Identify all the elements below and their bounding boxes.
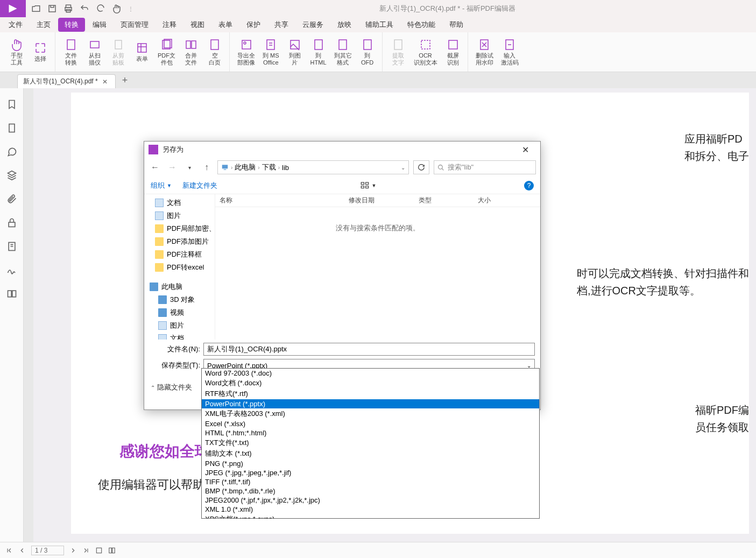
- export-all-images-button[interactable]: 导出全部图像: [234, 36, 258, 68]
- menu-item-1[interactable]: 主页: [30, 18, 57, 32]
- scroll-gutter[interactable]: [24, 88, 33, 542]
- to-msoffice-button[interactable]: 到 MSOffice: [259, 36, 282, 68]
- filetype-dropdown[interactable]: Word 97-2003 (*.doc)Word文档 (*.docx)RTF格式…: [201, 368, 540, 519]
- organize-button[interactable]: 组织 ▼: [151, 181, 172, 190]
- filetype-option[interactable]: HTML (*.htm;*.html): [202, 428, 539, 437]
- last-page-icon[interactable]: [82, 547, 90, 554]
- menu-item-9[interactable]: 共享: [268, 18, 295, 32]
- first-page-icon[interactable]: [5, 547, 13, 554]
- filetype-option[interactable]: BMP (*.bmp,*.dib,*.rle): [202, 486, 539, 496]
- to-ofd-button[interactable]: 到OFD: [356, 36, 379, 68]
- lock-icon[interactable]: [6, 217, 17, 228]
- to-html-button[interactable]: 到HTML: [307, 36, 330, 68]
- menu-item-6[interactable]: 视图: [184, 18, 211, 32]
- bookmark-icon[interactable]: [6, 99, 17, 110]
- chevron-down-icon[interactable]: ▼: [372, 183, 377, 188]
- nav-recent-icon[interactable]: ▾: [183, 161, 196, 174]
- app-icon[interactable]: [0, 0, 26, 17]
- filetype-option[interactable]: JPEG2000 (*.jpf,*.jpx,*.jp2,*.j2k,*.jpc): [202, 496, 539, 505]
- breadcrumb-item[interactable]: 下载: [262, 163, 276, 172]
- chevron-right-icon[interactable]: ›: [278, 165, 280, 171]
- breadcrumb-item[interactable]: 此电脑: [235, 163, 256, 172]
- breadcrumb[interactable]: › 此电脑 › 下载 › lib ⌄: [217, 160, 409, 174]
- menu-item-3[interactable]: 编辑: [86, 18, 113, 32]
- tree-item[interactable]: 文档: [144, 196, 215, 209]
- help-button[interactable]: ?: [524, 181, 534, 190]
- filetype-option[interactable]: XPS文档(*.xps,*.oxps): [202, 514, 539, 519]
- filename-input[interactable]: [203, 343, 535, 356]
- comment-icon[interactable]: [6, 146, 17, 157]
- next-page-icon[interactable]: [69, 547, 77, 554]
- view-mode-icon[interactable]: [95, 547, 103, 554]
- folder-tree[interactable]: 文档图片PDF局部加密、PPDF添加图片PDF注释框PDF转excel此电脑3D…: [144, 194, 215, 340]
- menu-item-14[interactable]: 帮助: [443, 18, 470, 32]
- filetype-option[interactable]: PowerPoint (*.pptx): [202, 399, 539, 408]
- chevron-right-icon[interactable]: ›: [231, 165, 232, 171]
- tree-item[interactable]: 图片: [144, 319, 215, 332]
- to-other-button[interactable]: 到其它格式: [331, 36, 355, 68]
- menu-item-2[interactable]: 转换: [58, 18, 85, 32]
- ocr-screenshot-button[interactable]: 截屏识别: [442, 36, 464, 68]
- col-date[interactable]: 修改日期: [344, 196, 414, 205]
- menu-item-8[interactable]: 保护: [240, 18, 267, 32]
- chevron-right-icon[interactable]: ›: [258, 165, 259, 171]
- attachment-icon[interactable]: [6, 194, 17, 204]
- tree-item[interactable]: 此电脑: [144, 280, 215, 293]
- new-folder-button[interactable]: 新建文件夹: [182, 181, 217, 190]
- refresh-button[interactable]: [413, 160, 429, 174]
- document-tab[interactable]: 新人引导(1)_OCR(4).pdf * ✕: [17, 74, 116, 88]
- redo-icon[interactable]: [96, 4, 105, 13]
- col-type[interactable]: 类型: [414, 196, 474, 205]
- tree-item[interactable]: PDF转excel: [144, 261, 215, 274]
- tree-item[interactable]: PDF添加图片: [144, 235, 215, 248]
- filetype-option[interactable]: TXT文件(*.txt): [202, 437, 539, 448]
- tree-item[interactable]: 视频: [144, 306, 215, 319]
- filetype-option[interactable]: JPEG (*.jpg,*.jpeg,*.jpe,*.jif): [202, 468, 539, 477]
- compare-icon[interactable]: [6, 288, 17, 299]
- menu-item-7[interactable]: 表单: [212, 18, 239, 32]
- filetype-option[interactable]: Word 97-2003 (*.doc): [202, 369, 539, 378]
- file-convert-button[interactable]: 文件转换: [60, 36, 82, 68]
- filetype-option[interactable]: XML电子表格2003 (*.xml): [202, 408, 539, 419]
- hide-folders-toggle[interactable]: ⌃ 隐藏文件夹: [151, 383, 192, 392]
- menu-item-10[interactable]: 云服务: [296, 18, 330, 32]
- menu-item-4[interactable]: 页面管理: [114, 18, 155, 32]
- filetype-option[interactable]: 辅助文本 (*.txt): [202, 448, 539, 459]
- save-icon[interactable]: [47, 4, 57, 13]
- form-panel-icon[interactable]: [6, 241, 17, 252]
- from-scanner-button[interactable]: 从扫描仪: [83, 36, 106, 68]
- pages-icon[interactable]: [6, 123, 17, 133]
- filetype-option[interactable]: Word文档 (*.docx): [202, 378, 539, 389]
- file-list[interactable]: 名称 修改日期 类型 大小 没有与搜索条件匹配的项。: [215, 194, 540, 340]
- menu-item-13[interactable]: 特色功能: [401, 18, 442, 32]
- nav-back-icon[interactable]: ←: [149, 161, 161, 174]
- tree-item[interactable]: 3D 对象: [144, 293, 215, 306]
- breadcrumb-item[interactable]: lib: [282, 164, 289, 172]
- menu-item-12[interactable]: 辅助工具: [359, 18, 400, 32]
- to-image-button[interactable]: 到图片: [284, 36, 306, 68]
- hand-tool-button[interactable]: 手型工具: [5, 36, 28, 68]
- menu-item-0[interactable]: 文件: [2, 18, 29, 32]
- tree-item[interactable]: PDF注释框: [144, 248, 215, 261]
- tree-item[interactable]: 文档: [144, 332, 215, 340]
- filetype-option[interactable]: Excel (*.xlsx): [202, 419, 539, 428]
- filetype-option[interactable]: TIFF (*.tiff,*.tif): [202, 477, 539, 486]
- filetype-option[interactable]: XML 1.0 (*.xml): [202, 505, 539, 514]
- dialog-close-button[interactable]: ✕: [514, 142, 536, 158]
- close-icon[interactable]: ✕: [102, 78, 110, 86]
- qat-dropdown-icon[interactable]: ⋮: [128, 6, 133, 12]
- tree-item[interactable]: PDF局部加密、P: [144, 222, 215, 235]
- menu-item-5[interactable]: 注释: [156, 18, 183, 32]
- pdf-package-button[interactable]: PDF文件包: [154, 36, 179, 68]
- enter-activation-button[interactable]: 输入激活码: [498, 36, 522, 68]
- page-indicator[interactable]: 1 / 3: [31, 546, 64, 555]
- view-mode2-icon[interactable]: [108, 547, 116, 554]
- remove-trial-watermark-button[interactable]: 删除试用水印: [472, 36, 497, 68]
- hand-icon[interactable]: [112, 4, 122, 13]
- col-name[interactable]: 名称: [215, 196, 344, 205]
- tree-item[interactable]: 图片: [144, 209, 215, 222]
- layers-icon[interactable]: [6, 170, 17, 181]
- add-tab-button[interactable]: +: [122, 75, 128, 86]
- open-icon[interactable]: [31, 4, 41, 13]
- blank-page-button[interactable]: 空白页: [203, 36, 226, 68]
